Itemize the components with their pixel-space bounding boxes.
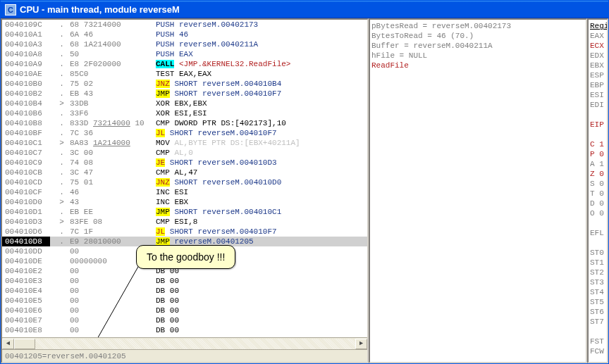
register-line[interactable]: ST6 [590, 307, 605, 317]
register-line[interactable]: FST [590, 337, 605, 346]
disasm-row[interactable]: 004010B0 .75 02JNZ SHORT reverseM.004010… [2, 79, 367, 89]
disasm-row[interactable]: 004010C1 >8A83 1A214000MOV AL,BYTE PTR D… [2, 138, 367, 148]
register-line[interactable]: EBX [590, 61, 605, 70]
disasm-row[interactable]: 004010B2 .EB 43JMP SHORT reverseM.004010… [2, 89, 367, 99]
disasm-row[interactable]: 004010A9 .E8 2F020000CALL <JMP.&KERNEL32… [2, 59, 367, 69]
register-line[interactable]: EDI [590, 100, 605, 110]
disasm-row[interactable]: 004010E5 00DB 00 [2, 296, 367, 306]
address: 004010D0 [2, 197, 50, 207]
register-line[interactable]: O 0 [590, 208, 605, 218]
register-line[interactable]: ST2 [590, 268, 605, 277]
branch-mark [50, 266, 70, 276]
branch-mark: > [50, 99, 70, 108]
register-line[interactable]: EDX [590, 51, 605, 61]
register-line[interactable]: ST5 [590, 297, 605, 307]
hex-bytes: 75 01 [70, 177, 156, 187]
h-scrollbar[interactable]: ◄ ► [2, 337, 367, 349]
scroll-track[interactable] [14, 339, 355, 349]
register-line[interactable]: ST4 [590, 287, 605, 297]
register-line[interactable] [590, 130, 605, 139]
disasm-row[interactable]: 004010C7 .3C 00CMP AL,0 [2, 148, 367, 158]
disasm-row[interactable]: 004010CF .46INC ESI [2, 187, 367, 197]
disasm-row[interactable]: 004010BF .7C 36JL SHORT reverseM.004010F… [2, 128, 367, 138]
instruction: TEST EAX,EAX [156, 69, 367, 79]
register-line[interactable] [590, 238, 605, 248]
address: 004010B2 [2, 89, 50, 99]
register-line[interactable]: T 0 [590, 189, 605, 199]
address: 004010DD [2, 246, 50, 256]
register-line[interactable]: EBP [590, 80, 605, 90]
address: 004010C7 [2, 148, 50, 158]
disasm-row[interactable]: 004010D0 >43INC EBX [2, 197, 367, 207]
scroll-thumb[interactable] [14, 339, 35, 349]
register-line[interactable]: P 0 [590, 149, 605, 159]
register-line[interactable]: ESI [590, 90, 605, 100]
register-line[interactable]: ST3 [590, 277, 605, 287]
disasm-row[interactable]: 004010E6 00DB 00 [2, 306, 367, 315]
branch-mark: . [50, 177, 70, 187]
comment-tooltip: To the goodboy !!! [136, 245, 235, 269]
disasm-row[interactable]: 004010CB .3C 47CMP AL,47 [2, 168, 367, 177]
disasm-row[interactable]: 004010CD .75 01JNZ SHORT reverseM.004010… [2, 177, 367, 187]
disasm-row[interactable]: 004010D3 >83FE 08CMP ESI,8 [2, 217, 367, 227]
disasm-row[interactable]: 004010E3 00DB 00 [2, 276, 367, 286]
scroll-right-button[interactable]: ► [355, 339, 367, 349]
registers-pane[interactable]: Regi EAXECXEDXEBXESPEBPESIEDIEIPC 1P 0A … [587, 18, 608, 363]
titlebar[interactable]: C CPU - main thread, module reverseM [1, 1, 608, 18]
disasm-row[interactable]: 004010C9 .74 08JE SHORT reverseM.004010D… [2, 158, 367, 168]
register-line[interactable]: C 1 [590, 139, 605, 149]
disasm-row[interactable]: 004010B4 >33DBXOR EBX,EBX [2, 99, 367, 108]
register-line[interactable] [590, 110, 605, 120]
register-line[interactable]: ESP [590, 70, 605, 80]
branch-mark: > [50, 217, 70, 227]
address: 004010DE [2, 256, 50, 266]
disasm-row[interactable]: 004010AE .85C0TEST EAX,EAX [2, 69, 367, 79]
instruction: DB 00 [156, 315, 367, 325]
branch-mark: . [50, 108, 70, 118]
address: 004010A9 [2, 59, 50, 69]
branch-mark: . [50, 237, 70, 246]
register-line[interactable]: FCW [590, 346, 605, 356]
register-line[interactable]: S 0 [590, 179, 605, 189]
hex-bytes: 833D 73214000 10 [70, 118, 156, 128]
disasm-row[interactable]: 0040109C .68 73214000PUSH reverseM.00402… [2, 20, 367, 30]
hex-bytes: EB EE [70, 207, 156, 217]
register-line[interactable]: ST7 [590, 317, 605, 327]
address: 004010E4 [2, 286, 50, 296]
registers-header: Regi [590, 21, 605, 31]
disasm-row[interactable]: 004010A1 .6A 46PUSH 46 [2, 30, 367, 39]
register-line[interactable]: A 1 [590, 159, 605, 169]
disasm-row[interactable]: 004010E7 00DB 00 [2, 315, 367, 325]
info-line: ReadFile [371, 61, 584, 70]
disasm-row[interactable]: 004010B6 .33F6XOR ESI,ESI [2, 108, 367, 118]
branch-mark: . [50, 227, 70, 237]
address: 004010C1 [2, 138, 50, 148]
instruction: DB 00 [156, 306, 367, 315]
register-line[interactable]: ECX [590, 41, 605, 51]
register-line[interactable]: ST1 [590, 258, 605, 268]
register-line[interactable]: Z 0 [590, 169, 605, 179]
info-pane[interactable]: pBytesRead = reverseM.00402173BytesToRea… [369, 18, 587, 363]
disasm-listing[interactable]: 0040109C .68 73214000PUSH reverseM.00402… [2, 20, 367, 337]
register-line[interactable]: EIP [590, 120, 605, 130]
disasm-row[interactable]: 004010E4 00DB 00 [2, 286, 367, 296]
disasm-row[interactable]: 004010B8 .833D 73214000 10CMP DWORD PTR … [2, 118, 367, 128]
disasm-row[interactable]: 004010E8 00DB 00 [2, 325, 367, 335]
scroll-left-button[interactable]: ◄ [2, 339, 14, 349]
register-line[interactable]: EAX [590, 31, 605, 41]
disasm-row[interactable]: 004010A3 .68 1A214000PUSH reverseM.00402… [2, 39, 367, 49]
disasm-pane: 0040109C .68 73214000PUSH reverseM.00402… [1, 18, 369, 363]
register-line[interactable] [590, 218, 605, 228]
branch-mark [50, 306, 70, 315]
register-line[interactable] [590, 327, 605, 337]
instruction: MOV AL,BYTE PTR DS:[EBX+40211A] [156, 138, 367, 148]
disasm-row[interactable]: 004010D6 .7C 1FJL SHORT reverseM.004010F… [2, 227, 367, 237]
register-line[interactable]: ST0 [590, 248, 605, 258]
disasm-row[interactable]: 004010D1 .EB EEJMP SHORT reverseM.004010… [2, 207, 367, 217]
disasm-row[interactable]: 004010A8 .50PUSH EAX [2, 49, 367, 59]
hex-bytes: 00 [70, 296, 156, 306]
address: 004010E2 [2, 266, 50, 276]
instruction: INC EBX [156, 197, 367, 207]
register-line[interactable]: EFL [590, 228, 605, 238]
register-line[interactable]: D 0 [590, 199, 605, 208]
